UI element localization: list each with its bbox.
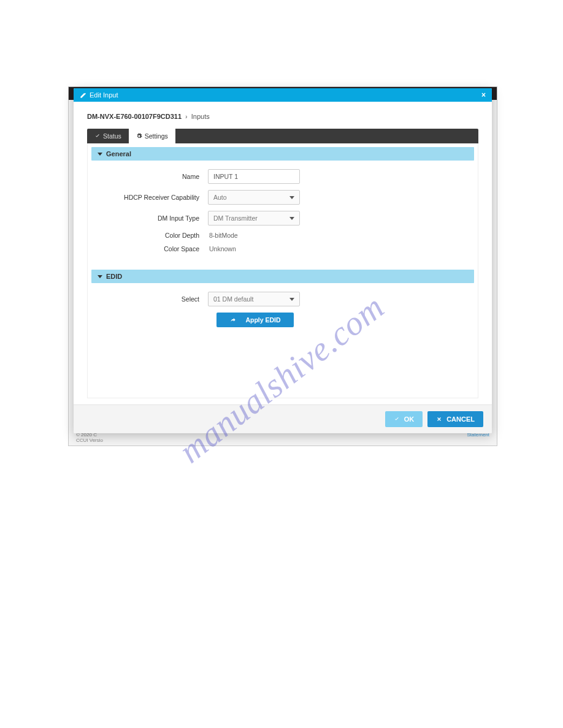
row-color-depth: Color Depth 8-bitMode <box>98 232 468 239</box>
edid-form: Select 01 DM default Apply EDID <box>91 283 474 338</box>
label-name: Name <box>98 173 208 180</box>
section-title-edid: EDID <box>106 273 122 280</box>
cancel-button[interactable]: CANCEL <box>427 411 483 427</box>
dm-input-type-select[interactable]: DM Transmitter <box>208 211 300 226</box>
chevron-down-icon <box>289 196 294 199</box>
apply-edid-button[interactable]: Apply EDID <box>216 313 294 327</box>
section-header-general[interactable]: General <box>91 147 474 161</box>
chevron-down-icon <box>98 275 102 278</box>
color-space-value: Unknown <box>208 245 236 252</box>
apply-edid-label: Apply EDID <box>245 316 280 324</box>
check-icon <box>94 133 101 139</box>
chevron-down-icon <box>98 153 102 156</box>
close-icon[interactable]: × <box>481 91 486 99</box>
row-name: Name <box>98 169 468 184</box>
label-hdcp: HDCP Receiver Capability <box>98 194 208 201</box>
row-hdcp: HDCP Receiver Capability Auto <box>98 190 468 205</box>
cancel-label: CANCEL <box>446 415 475 423</box>
label-color-space: Color Space <box>98 245 208 252</box>
modal-header: Edit Input × <box>74 88 492 102</box>
label-edid-select: Select <box>98 295 208 303</box>
row-edid-select: Select 01 DM default <box>98 292 468 306</box>
chevron-down-icon <box>289 298 294 301</box>
footer-statement-link[interactable]: Statement <box>467 432 489 443</box>
tab-settings-label: Settings <box>145 132 168 140</box>
modal-tabbar: Status Settings <box>87 129 478 143</box>
modal-title: Edit Input <box>90 91 118 99</box>
edit-icon <box>80 92 86 99</box>
settings-panel[interactable]: General Name HDCP Receiver Capability Au… <box>87 143 478 398</box>
breadcrumb: DM-NVX-E760-00107F9CD311 › Inputs <box>87 113 478 120</box>
edit-input-modal: Edit Input × DM-NVX-E760-00107F9CD311 › … <box>74 88 492 433</box>
version-text: CCUI Versio <box>76 438 103 443</box>
dm-input-type-value: DM Transmitter <box>213 214 258 222</box>
hdcp-value: Auto <box>213 194 227 201</box>
label-color-depth: Color Depth <box>98 232 208 239</box>
ok-label: OK <box>404 415 415 423</box>
gear-icon <box>136 133 142 139</box>
row-dm-input-type: DM Input Type DM Transmitter <box>98 211 468 226</box>
section-header-edid[interactable]: EDID <box>91 270 474 283</box>
general-form: Name HDCP Receiver Capability Auto DM In… <box>91 161 474 270</box>
tab-status-label: Status <box>103 132 121 140</box>
breadcrumb-device[interactable]: DM-NVX-E760-00107F9CD311 <box>87 113 182 120</box>
tab-settings[interactable]: Settings <box>129 129 175 143</box>
chevron-right-icon: › <box>185 113 188 120</box>
breadcrumb-current: Inputs <box>191 113 210 120</box>
color-depth-value: 8-bitMode <box>208 232 238 239</box>
edid-select[interactable]: 01 DM default <box>208 292 300 306</box>
row-color-space: Color Space Unknown <box>98 245 468 252</box>
modal-footer: OK CANCEL <box>74 404 492 433</box>
app-window-inner: CRESTRON DM-N ▼ ✔ St ▸ ▸ ▸ ▸ ▾ ▸ © 2020 … <box>69 87 497 446</box>
tab-status[interactable]: Status <box>87 129 129 143</box>
footer-left: © 2020 C CCUI Versio <box>76 432 103 443</box>
label-dm-input-type: DM Input Type <box>98 214 208 222</box>
modal-body: DM-NVX-E760-00107F9CD311 › Inputs Status… <box>74 102 492 404</box>
close-icon <box>436 416 442 422</box>
section-title-general: General <box>106 150 131 157</box>
ok-button[interactable]: OK <box>385 411 423 427</box>
hdcp-select[interactable]: Auto <box>208 190 300 205</box>
chevron-down-icon <box>289 217 294 220</box>
edid-select-value: 01 DM default <box>213 295 253 303</box>
check-icon <box>394 416 400 422</box>
name-input[interactable] <box>208 169 300 184</box>
forward-icon <box>229 317 237 323</box>
app-window: CRESTRON DM-N ▼ ✔ St ▸ ▸ ▸ ▸ ▾ ▸ © 2020 … <box>68 86 497 446</box>
